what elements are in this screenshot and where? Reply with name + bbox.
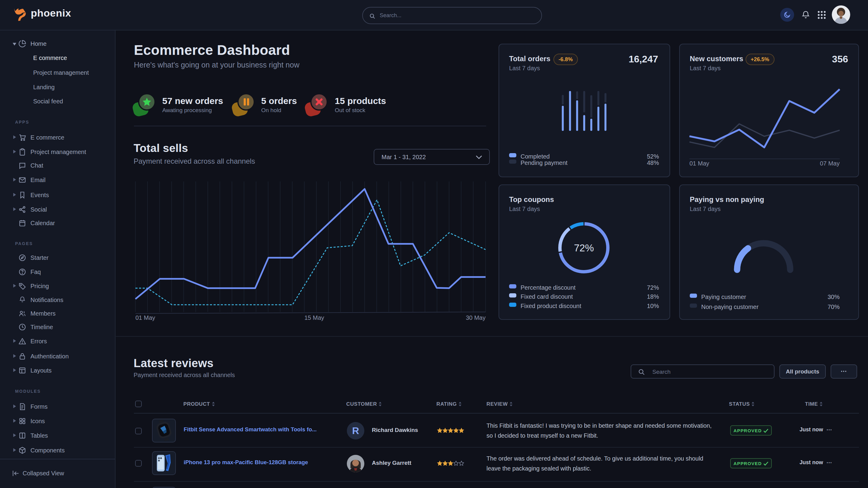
svg-text:72%: 72% [574,242,594,254]
svg-text:07 May: 07 May [820,160,840,167]
svg-text:15 May: 15 May [304,314,324,321]
svg-text:01 May: 01 May [135,314,155,321]
svg-text:30 May: 30 May [466,314,486,321]
svg-text:01 May: 01 May [689,160,709,167]
